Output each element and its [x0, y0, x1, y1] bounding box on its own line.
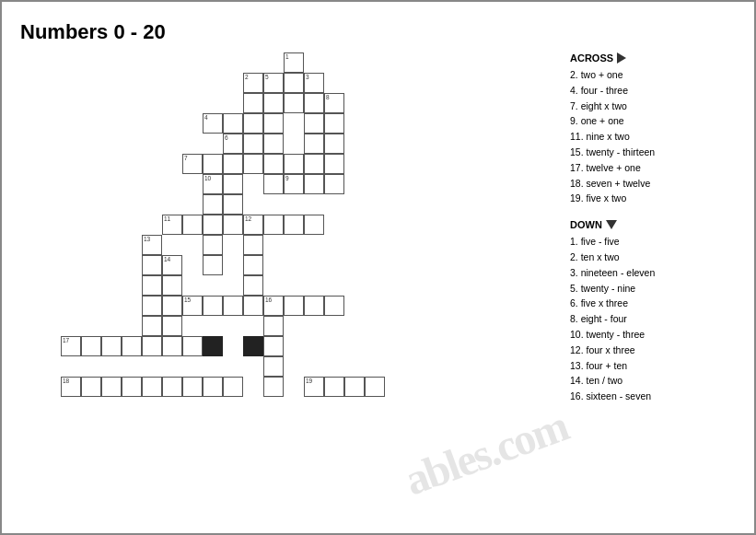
down-clue-item: 1. five - five: [570, 234, 745, 250]
crossword-cell: [203, 154, 223, 174]
crossword-cell: [142, 255, 162, 275]
across-clue-item: 2. two + one: [570, 67, 745, 83]
across-clue-item: 17. twelve + one: [570, 160, 745, 176]
crossword-cell: [263, 113, 284, 134]
crossword-cell: 13: [142, 235, 162, 255]
crossword-cell: [284, 73, 304, 93]
across-clue-item: 19. five x two: [570, 191, 745, 206]
crossword-cell: [243, 93, 263, 113]
crossword-cell: [263, 174, 284, 194]
crossword-cell: [162, 377, 182, 397]
crossword-cell: [203, 194, 223, 215]
crossword-cell: [101, 377, 122, 397]
down-title: DOWN: [570, 219, 745, 230]
down-clue-item: 16. sixteen - seven: [570, 389, 745, 404]
crossword-cell: [284, 296, 304, 316]
crossword-cell: [223, 296, 243, 316]
crossword-cell: [243, 255, 263, 275]
crossword-cell: [243, 134, 263, 154]
crossword-cell: 4: [203, 113, 223, 134]
across-clue-item: 15. twenty - thirteen: [570, 145, 745, 160]
crossword-cell: [162, 316, 182, 336]
across-clue-item: 11. nine x two: [570, 129, 745, 145]
crossword-cell: 16: [263, 296, 284, 316]
clues-area: ACROSS 2. two + one4. four - three7. eig…: [570, 52, 745, 404]
crossword-cell: [304, 174, 324, 194]
crossword-grid: 12534678910111213141516171819: [20, 52, 481, 494]
crossword-cell: 14: [162, 255, 182, 275]
crossword-cell: [304, 93, 324, 113]
down-clue-item: 12. four x three: [570, 343, 745, 358]
crossword-cell: [263, 336, 284, 356]
crossword-cell: [203, 377, 223, 397]
crossword-cell: 11: [162, 215, 182, 235]
down-label: DOWN: [570, 219, 602, 230]
crossword-cell: [304, 296, 324, 316]
crossword-cell: [324, 113, 344, 134]
crossword-cell: [304, 134, 324, 154]
crossword-cell: 8: [324, 93, 344, 113]
across-title: ACROSS: [570, 52, 745, 64]
crossword-cell: [223, 194, 243, 215]
crossword-cell: [182, 377, 203, 397]
crossword-cell: 7: [182, 154, 203, 174]
crossword-cell: [203, 215, 223, 235]
page-title: Numbers 0 - 20: [20, 20, 736, 44]
crossword-cell: [162, 275, 182, 296]
across-arrow-icon: [617, 52, 626, 64]
crossword-cell: [223, 377, 243, 397]
crossword-cell: [142, 336, 162, 356]
crossword-cell: 3: [304, 73, 324, 93]
crossword-cell: 12: [243, 215, 263, 235]
crossword-cell: [304, 113, 324, 134]
crossword-cell: [344, 377, 365, 397]
crossword-cell: 1: [284, 52, 304, 73]
crossword-cell: [162, 336, 182, 356]
crossword-cell: [203, 296, 223, 316]
crossword-cell: [263, 134, 284, 154]
crossword-cell: [284, 154, 304, 174]
crossword-cell: [122, 377, 142, 397]
crossword-cell: [182, 336, 203, 356]
crossword-cell: [304, 215, 324, 235]
across-clue-item: 18. seven + twelve: [570, 176, 745, 192]
crossword-cell: [203, 235, 223, 255]
crossword-cell: [142, 296, 162, 316]
crossword-cell: 9: [284, 174, 304, 194]
crossword-cell: [142, 316, 162, 336]
crossword-cell: [324, 154, 344, 174]
crossword-cell: [223, 113, 243, 134]
crossword-cell: [324, 377, 344, 397]
crossword-area: 12534678910111213141516171819: [20, 52, 518, 513]
crossword-cell: [122, 336, 142, 356]
down-arrow-icon: [606, 220, 617, 229]
down-clue-item: 10. twenty - three: [570, 327, 745, 343]
down-clues-list: 1. five - five2. ten x two3. nineteen - …: [570, 234, 745, 404]
crossword-cell: [243, 296, 263, 316]
across-clue-item: 7. eight x two: [570, 99, 745, 114]
crossword-cell: 15: [182, 296, 203, 316]
crossword-cell: [81, 377, 101, 397]
crossword-cell: [263, 93, 284, 113]
black-cell: [243, 336, 263, 356]
crossword-cell: [304, 154, 324, 174]
crossword-cell: [263, 215, 284, 235]
crossword-cell: [243, 113, 263, 134]
down-clue-item: 2. ten x two: [570, 250, 745, 265]
crossword-cell: [284, 215, 304, 235]
down-clue-item: 8. eight - four: [570, 311, 745, 327]
crossword-cell: [243, 154, 263, 174]
crossword-cell: 6: [223, 134, 243, 154]
crossword-cell: [365, 377, 385, 397]
crossword-cell: [243, 235, 263, 255]
worksheet: Numbers 0 - 20 1253467891011121314151617…: [0, 0, 756, 535]
down-clue-item: 3. nineteen - eleven: [570, 265, 745, 281]
across-clue-item: 4. four - three: [570, 83, 745, 99]
down-clue-item: 5. twenty - nine: [570, 281, 745, 297]
crossword-cell: [142, 275, 162, 296]
crossword-cell: 19: [304, 377, 324, 397]
across-clues-list: 2. two + one4. four - three7. eight x tw…: [570, 67, 745, 206]
crossword-cell: [223, 154, 243, 174]
crossword-cell: [182, 215, 203, 235]
crossword-cell: [81, 336, 101, 356]
